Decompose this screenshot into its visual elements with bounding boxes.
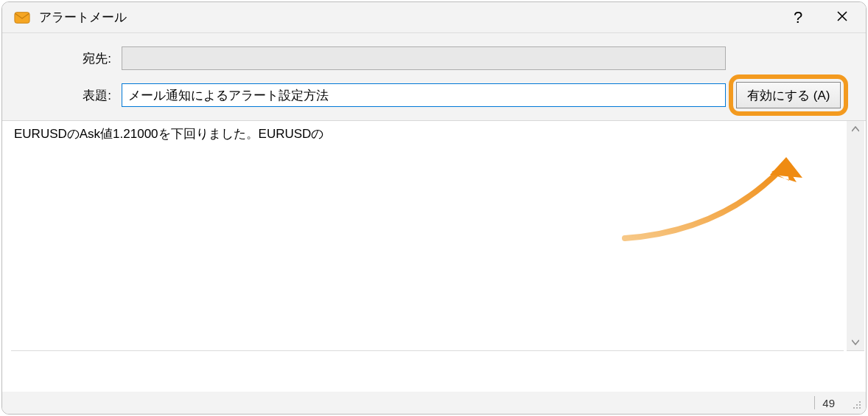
svg-point-6	[856, 407, 858, 409]
svg-rect-0	[15, 12, 29, 23]
body-area	[2, 121, 866, 351]
help-button[interactable]: ?	[776, 2, 820, 33]
svg-point-3	[856, 404, 858, 406]
row-to: 宛先:	[13, 46, 855, 70]
enable-button-wrap: 有効にする (A)	[736, 82, 841, 108]
to-input[interactable]	[122, 46, 726, 70]
svg-point-7	[859, 407, 861, 409]
chevron-up-icon[interactable]	[847, 121, 864, 137]
close-button[interactable]	[820, 2, 864, 33]
to-label: 宛先:	[13, 50, 122, 67]
body-textarea[interactable]	[11, 121, 844, 351]
chevron-down-icon[interactable]	[847, 334, 864, 350]
close-icon	[836, 9, 848, 26]
resize-grip-icon	[851, 399, 861, 409]
mail-icon	[14, 10, 30, 26]
status-divider	[814, 396, 815, 409]
row-subject: 表題: 有効にする (A)	[13, 82, 855, 108]
window-title: アラートメール	[39, 9, 127, 26]
vertical-scrollbar[interactable]	[847, 121, 864, 351]
titlebar: アラートメール ?	[2, 2, 866, 33]
header-form: 宛先: 表題: 有効にする (A)	[2, 33, 866, 121]
statusbar: 49	[2, 392, 866, 414]
char-count: 49	[822, 397, 848, 409]
svg-point-4	[859, 404, 861, 406]
alert-mail-window: アラートメール ? 宛先: 表題: 有効にする (A)	[1, 1, 867, 415]
subject-label: 表題:	[13, 87, 122, 104]
subject-input[interactable]	[122, 83, 726, 107]
svg-point-2	[859, 401, 861, 403]
enable-button[interactable]: 有効にする (A)	[736, 82, 841, 108]
svg-point-5	[853, 407, 855, 409]
resize-grip[interactable]	[848, 396, 861, 409]
